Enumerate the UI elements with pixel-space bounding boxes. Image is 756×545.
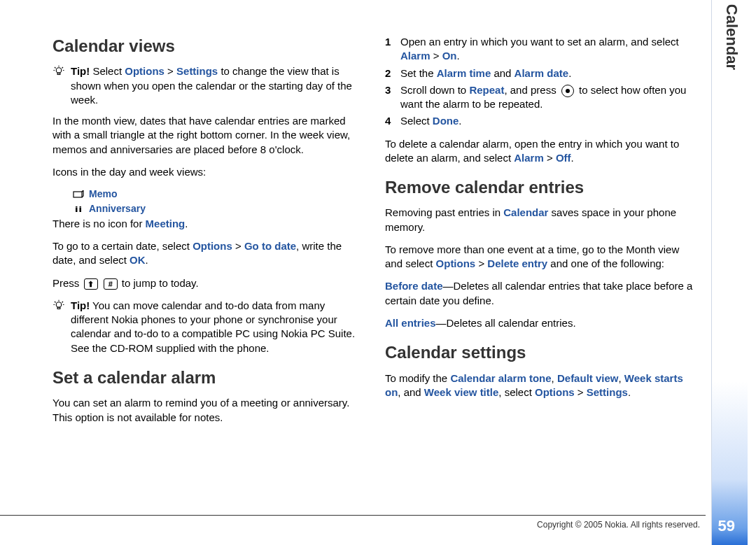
svg-point-0 — [56, 68, 62, 73]
step-1: 1 Open an entry in which you want to set… — [385, 35, 696, 64]
tip-1-text: Tip! Select Options > Settings to change… — [71, 64, 364, 107]
tip-2-text: Tip! You can move calendar and to-do dat… — [71, 299, 364, 355]
para-settings: To modify the Calendar alarm tone, Defau… — [385, 371, 696, 400]
para-icons-intro: Icons in the day and week views: — [52, 165, 364, 179]
joystick-icon — [561, 85, 574, 97]
para-remove-intro: Removing past entries in Calendar saves … — [385, 206, 696, 234]
key-hash-icon: # — [104, 278, 118, 290]
para-all-entries: All entries—Deletes all calendar entries… — [385, 316, 696, 330]
icon-row-memo: Memo — [72, 187, 364, 201]
svg-line-15 — [62, 302, 64, 303]
svg-rect-10 — [76, 206, 78, 208]
anniversary-icon — [72, 204, 85, 213]
tip-2: Tip! You can move calendar and to-do dat… — [52, 299, 364, 355]
icon-row-anniversary: Anniversary — [72, 202, 364, 215]
heading-calendar-views: Calendar views — [52, 35, 364, 57]
right-column: 1 Open an entry in which you want to set… — [385, 35, 696, 525]
svg-rect-7 — [74, 192, 82, 197]
svg-rect-8 — [76, 208, 78, 212]
svg-point-12 — [56, 302, 62, 308]
svg-rect-9 — [80, 208, 82, 212]
heading-set-alarm: Set a calendar alarm — [52, 367, 364, 389]
svg-line-3 — [62, 67, 64, 69]
svg-rect-18 — [57, 307, 60, 309]
svg-line-2 — [55, 67, 56, 69]
para-jump-today: Press ⬆ # to jump to today. — [52, 276, 364, 290]
step-4: 4 Select Done. — [385, 114, 696, 128]
para-month-view: In the month view, dates that have calen… — [52, 114, 364, 157]
lightbulb-icon — [52, 65, 66, 79]
tip-1: Tip! Select Options > Settings to change… — [52, 64, 364, 107]
icon-list: Memo Anniversary — [52, 187, 364, 215]
para-set-alarm-intro: You can set an alarm to remind you of a … — [52, 396, 364, 425]
para-delete-alarm: To delete a calendar alarm, open the ent… — [385, 137, 696, 166]
footer-rule — [0, 515, 706, 516]
svg-line-14 — [55, 302, 56, 303]
page-number: 59 — [718, 517, 735, 535]
para-goto-date: To go to a certain date, select Options … — [52, 239, 364, 268]
left-column: Calendar views Tip! Select Options > Set… — [52, 35, 364, 525]
copyright-text: Copyright © 2005 Nokia. All rights reser… — [537, 520, 700, 530]
step-2: 2 Set the Alarm time and Alarm date. — [385, 66, 696, 80]
heading-calendar-settings: Calendar settings — [385, 341, 696, 364]
lightbulb-icon — [52, 299, 66, 313]
para-before-date: Before date—Deletes all calendar entries… — [385, 279, 696, 308]
svg-rect-6 — [57, 73, 60, 75]
para-remove-multi: To remove more than one event at a time,… — [385, 243, 696, 271]
memo-icon — [72, 190, 85, 199]
key-up-icon: ⬆ — [84, 278, 98, 290]
step-3: 3 Scroll down to Repeat, and press to se… — [385, 83, 696, 112]
heading-remove-entries: Remove calendar entries — [385, 176, 696, 199]
alarm-steps: 1 Open an entry in which you want to set… — [385, 35, 696, 129]
page-content: Calendar views Tip! Select Options > Set… — [52, 35, 696, 525]
side-tab: Calendar 59 — [711, 0, 748, 545]
svg-rect-11 — [80, 206, 82, 208]
para-no-meeting-icon: There is no icon for Meeting. — [52, 217, 364, 231]
chapter-title: Calendar — [722, 4, 741, 70]
